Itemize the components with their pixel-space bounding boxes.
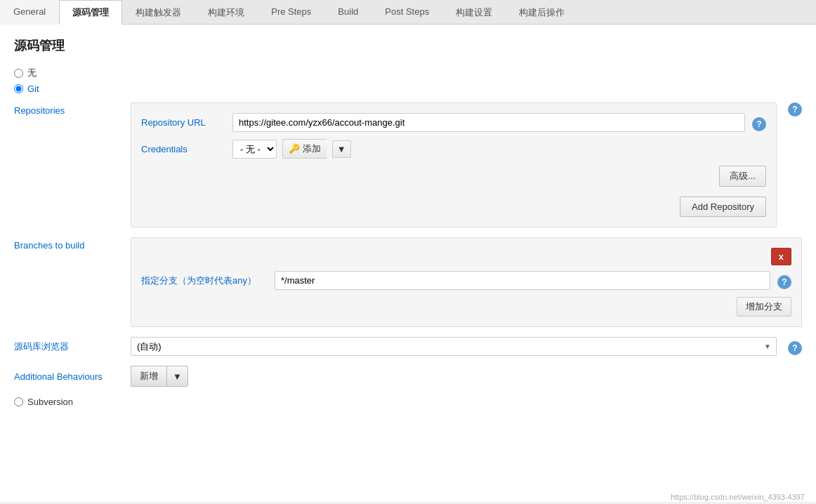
credentials-label: Credentials — [141, 144, 225, 154]
add-credentials-button[interactable]: 🔑 添加 — [282, 139, 327, 159]
tab-item-1[interactable]: 源码管理 — [59, 0, 122, 25]
radio-git[interactable] — [14, 84, 23, 93]
radio-none[interactable] — [14, 69, 23, 78]
source-browser-row: 源码库浏览器 (自动) ? — [14, 337, 802, 356]
repositories-content: Repository URL ? Credentials - 无 - 🔑 添加 … — [131, 102, 777, 227]
repositories-label: Repositories — [14, 102, 119, 116]
credentials-controls: - 无 - 🔑 添加 ▼ — [232, 139, 351, 159]
add-repository-button[interactable]: Add Repository — [680, 197, 766, 217]
repositories-help-icon[interactable]: ? — [788, 102, 802, 117]
credentials-select[interactable]: - 无 - — [232, 140, 277, 159]
new-behaviour-button[interactable]: 新增 — [131, 366, 166, 387]
branch-input-label: 指定分支（为空时代表any） — [141, 274, 268, 287]
remove-branch-button[interactable]: x — [771, 248, 791, 265]
add-branch-row: 增加分支 — [141, 297, 791, 317]
tab-item-4[interactable]: Pre Steps — [258, 0, 324, 25]
tab-item-6[interactable]: Post Steps — [371, 0, 442, 25]
new-behaviour-dropdown[interactable]: ▼ — [166, 366, 188, 387]
additional-row: Additional Behaviours 新增 ▼ — [14, 366, 802, 387]
tab-item-0[interactable]: General — [0, 0, 59, 25]
branch-input-row: 指定分支（为空时代表any） ? — [141, 271, 791, 290]
add-repo-row: Add Repository — [141, 197, 766, 217]
branches-content: x 指定分支（为空时代表any） ? 增加分支 — [131, 237, 802, 327]
tab-item-3[interactable]: 构建环境 — [195, 0, 258, 25]
tab-bar: General源码管理构建触发器构建环境Pre StepsBuildPost S… — [0, 0, 816, 25]
radio-subversion-label: Subversion — [27, 397, 73, 407]
advanced-row: 高级... — [141, 166, 766, 191]
tab-item-2[interactable]: 构建触发器 — [122, 0, 195, 25]
page-title: 源码管理 — [14, 37, 802, 54]
radio-git-label: Git — [27, 84, 39, 94]
radio-subversion[interactable] — [14, 397, 23, 406]
repositories-row: Repositories Repository URL ? Credential… — [14, 102, 802, 227]
footer-note: https://blog.csdn.net/weixin_4393-4397 — [671, 493, 805, 501]
repo-url-help-icon[interactable]: ? — [752, 117, 766, 131]
branch-x-row: x — [141, 248, 791, 265]
tab-item-7[interactable]: 构建设置 — [442, 0, 506, 25]
page-content: 源码管理 无 Git Repositories Repository URL ?… — [0, 25, 816, 502]
branches-row: Branches to build x 指定分支（为空时代表any） ? 增加分… — [14, 237, 802, 327]
credentials-row: Credentials - 无 - 🔑 添加 ▼ — [141, 139, 766, 159]
new-button-group: 新增 ▼ — [131, 366, 188, 387]
radio-git-option[interactable]: Git — [14, 84, 802, 94]
branch-input[interactable] — [275, 271, 770, 290]
repo-url-row: Repository URL ? — [141, 113, 766, 132]
subversion-row: Subversion — [14, 397, 802, 407]
add-credentials-dropdown[interactable]: ▼ — [332, 140, 351, 158]
branches-label: Branches to build — [14, 237, 119, 251]
source-browser-label: 源码库浏览器 — [14, 340, 119, 353]
add-branch-button[interactable]: 增加分支 — [737, 297, 791, 317]
source-browser-select[interactable]: (自动) — [131, 337, 777, 356]
source-browser-select-wrapper: (自动) — [131, 337, 777, 356]
radio-group: 无 Git — [14, 67, 802, 94]
advanced-button[interactable]: 高级... — [719, 166, 766, 187]
repo-url-label: Repository URL — [141, 117, 225, 128]
branch-help-icon[interactable]: ? — [777, 275, 791, 289]
tab-item-8[interactable]: 构建后操作 — [506, 0, 578, 25]
source-browser-help-icon[interactable]: ? — [788, 341, 802, 355]
radio-none-option[interactable]: 无 — [14, 67, 802, 79]
radio-none-label: 无 — [27, 67, 37, 79]
additional-label: Additional Behaviours — [14, 371, 119, 382]
repo-url-input[interactable] — [232, 113, 745, 132]
tab-item-5[interactable]: Build — [324, 0, 371, 25]
